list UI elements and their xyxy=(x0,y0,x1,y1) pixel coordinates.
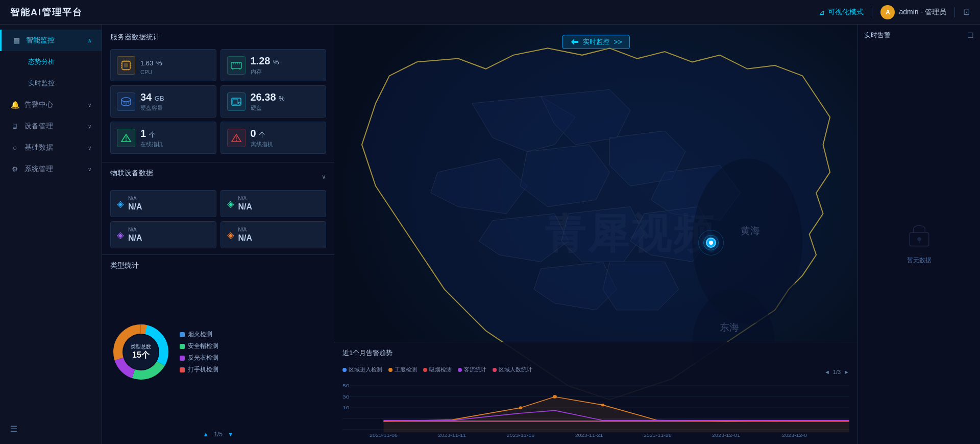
svg-point-30 xyxy=(126,140,127,141)
offline-label: 离线指机 xyxy=(251,141,273,148)
dot-smoking xyxy=(423,368,427,372)
memory-stat-card: 1.28 % 内存 xyxy=(220,49,327,81)
total-pages: 5 xyxy=(219,431,223,438)
iot-chevron-icon: ∨ xyxy=(322,173,326,180)
alerts-clear-icon[interactable]: ☐ xyxy=(967,31,974,39)
iot-icon-3: ◈ xyxy=(117,229,124,241)
iot-info-2: N/A N/A xyxy=(238,196,253,212)
chart-page: 1/3 xyxy=(833,369,841,375)
iot-icon-1: ◈ xyxy=(117,198,124,209)
avatar-letter: A xyxy=(886,9,890,16)
chevron-up-icon: ∧ xyxy=(88,38,91,43)
visual-mode-button[interactable]: ⊿ 可视化模式 xyxy=(819,8,864,17)
sidebar: ▦ 智能监控 ∧ 态势分析 实时监控 🔔 告警中心 ∨ 🖥 设备管理 ∨ ○ 基… xyxy=(0,25,102,444)
sidebar-label-basic-data: 基础数据 xyxy=(24,143,53,152)
line-chart-area: 50 30 10 xyxy=(342,378,849,438)
svg-point-62 xyxy=(601,404,605,406)
label-uniform: 工服检测 xyxy=(395,366,417,373)
svg-text:黄海: 黄海 xyxy=(741,226,760,237)
offline-value: 0 个 xyxy=(251,127,273,139)
disk-icon xyxy=(227,92,246,111)
header-right: ⊿ 可视化模式 A admin - 管理员 ⊡ xyxy=(819,5,970,19)
filter-icon: ⊿ xyxy=(819,8,825,16)
iot-tag-1: N/A xyxy=(128,196,142,201)
svg-point-60 xyxy=(553,395,557,398)
dot-zone-entry xyxy=(342,368,347,372)
svg-point-33 xyxy=(236,140,237,141)
sidebar-item-realtime-monitor[interactable]: 实时监控 xyxy=(0,73,102,94)
legend-label-2: 安全帽检测 xyxy=(188,342,218,350)
type-stats-title: 类型统计 xyxy=(110,261,326,270)
device-icon: 🖥 xyxy=(10,122,19,131)
chart-title: 近1个月告警趋势 xyxy=(342,348,393,358)
chevron-down-icon-device: ∨ xyxy=(88,124,91,129)
sidebar-item-intelligent-monitor[interactable]: ▦ 智能监控 ∧ xyxy=(0,30,102,51)
legend-dot-3 xyxy=(180,356,185,361)
sidebar-label-alert-center: 告警中心 xyxy=(24,100,53,109)
chart-prev-btn[interactable]: ◄ xyxy=(824,369,830,375)
svg-marker-43 xyxy=(571,39,578,45)
sidebar-item-alert-center[interactable]: 🔔 告警中心 ∨ xyxy=(0,94,102,115)
dot-uniform xyxy=(388,368,393,372)
alert-trend-panel: 近1个月告警趋势 区域进入检测 工服检测 xyxy=(334,342,857,444)
visual-mode-label: 可视化模式 xyxy=(828,8,864,17)
legend-label-4: 打手机检测 xyxy=(188,365,218,374)
online-value: 1 个 xyxy=(140,127,163,139)
expand-icon[interactable]: ⊡ xyxy=(963,7,970,17)
disk-card: 26.38 % 硬盘 xyxy=(220,85,327,118)
iot-tag-3: N/A xyxy=(128,227,142,232)
iot-card-1: ◈ N/A N/A xyxy=(110,190,216,217)
donut-count: 15个 xyxy=(131,350,151,361)
memory-icon xyxy=(227,56,246,75)
collapse-button[interactable]: ☰ xyxy=(0,419,102,439)
legend-dot-2 xyxy=(180,344,185,349)
memory-label: 内存 xyxy=(251,68,279,76)
prev-page-btn[interactable]: ▲ xyxy=(203,431,209,438)
chevron-down-icon-system: ∨ xyxy=(88,167,91,172)
basic-data-icon: ○ xyxy=(10,143,19,152)
disk-capacity-value: 34 GB xyxy=(140,91,164,103)
online-icon xyxy=(117,129,135,147)
content-area: 服务器数据统计 1.63 % CPU xyxy=(102,25,980,444)
label-zone-entry: 区域进入检测 xyxy=(349,366,382,373)
label-flow: 客流统计 xyxy=(464,366,486,373)
iot-value-1: N/A xyxy=(128,202,142,212)
iot-tag-4: N/A xyxy=(238,227,253,232)
user-info: A admin - 管理员 xyxy=(880,5,946,19)
sidebar-item-system-management[interactable]: ⚙ 系统管理 ∨ xyxy=(0,158,102,180)
no-data-area: 暂无数据 xyxy=(864,46,974,438)
sidebar-item-device-management[interactable]: 🖥 设备管理 ∨ xyxy=(0,115,102,137)
svg-text:2023-11-26: 2023-11-26 xyxy=(644,433,672,438)
svg-text:10: 10 xyxy=(342,405,349,410)
iot-card-2: ◈ N/A N/A xyxy=(220,190,327,217)
chart-next-btn[interactable]: ► xyxy=(844,369,849,375)
legend-flow: 客流统计 xyxy=(458,366,486,373)
realtime-label: 实时监控 xyxy=(583,37,609,46)
memory-stat-info: 1.28 % 内存 xyxy=(251,55,279,76)
legend-label-3: 反光衣检测 xyxy=(188,354,218,362)
iot-info-4: N/A N/A xyxy=(238,227,253,243)
next-page-btn[interactable]: ▼ xyxy=(228,431,234,438)
iot-info-1: N/A N/A xyxy=(128,196,142,212)
header-divider-2 xyxy=(954,7,955,17)
disk-capacity-card: 34 GB 硬盘容量 xyxy=(110,85,216,118)
svg-text:2023-11-11: 2023-11-11 xyxy=(438,433,466,438)
memory-value: 1.28 % xyxy=(251,55,279,67)
svg-text:2023-12-01: 2023-12-01 xyxy=(712,433,740,438)
donut-chart: 类型总数 15个 xyxy=(110,321,172,383)
sidebar-item-basic-data[interactable]: ○ 基础数据 ∨ xyxy=(0,137,102,158)
online-card: 1 个 在线指机 xyxy=(110,122,216,154)
chart-current-page: 1 xyxy=(833,369,836,375)
cpu-value: 1.63 % xyxy=(140,56,162,68)
svg-text:50: 50 xyxy=(342,383,349,388)
svg-point-64 xyxy=(917,237,921,241)
svg-point-21 xyxy=(121,98,131,102)
sidebar-item-situation-analysis[interactable]: 态势分析 xyxy=(0,51,102,73)
svg-text:2023-11-06: 2023-11-06 xyxy=(370,433,398,438)
iot-value-4: N/A xyxy=(238,233,253,243)
legend-label-1: 烟火检测 xyxy=(188,330,212,339)
label-smoking: 吸烟检测 xyxy=(429,366,452,373)
disk-label: 硬盘 xyxy=(251,104,285,112)
svg-marker-52 xyxy=(384,397,849,433)
svg-text:东海: 东海 xyxy=(720,322,739,333)
